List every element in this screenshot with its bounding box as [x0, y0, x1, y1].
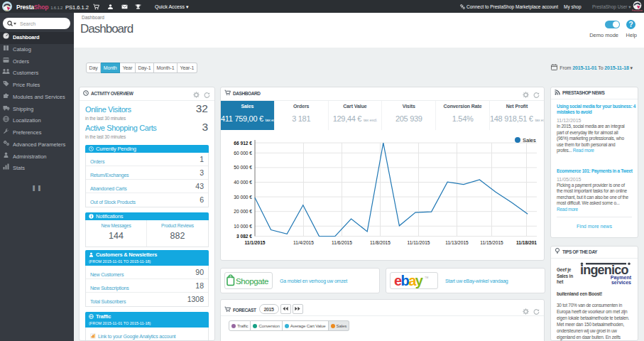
- svg-text:services: services: [611, 280, 631, 285]
- svg-text:10 000 €: 10 000 €: [234, 224, 252, 229]
- svg-text:11/18/201: 11/18/201: [516, 240, 537, 245]
- svg-text:11/4/2015: 11/4/2015: [293, 240, 314, 245]
- svg-text:11/6/2015: 11/6/2015: [332, 240, 352, 245]
- svg-text:3 082 €: 3 082 €: [236, 234, 252, 239]
- svg-text:66 912 €: 66 912 €: [234, 141, 252, 146]
- svg-text:60 000 €: 60 000 €: [234, 151, 252, 156]
- svg-text:50 000 €: 50 000 €: [234, 165, 252, 170]
- svg-text:11/13/2015: 11/13/2015: [445, 240, 469, 245]
- svg-text:11/11/2015: 11/11/2015: [407, 240, 430, 245]
- svg-text:PrestaShop: PrestaShop: [632, 9, 643, 11]
- svg-text:11/8/2015: 11/8/2015: [370, 240, 391, 245]
- svg-text:11/15/2015: 11/15/2015: [480, 240, 503, 245]
- svg-text:Shopgate: Shopgate: [236, 277, 268, 286]
- svg-text:TM: TM: [425, 276, 428, 279]
- svg-text:30 000 €: 30 000 €: [234, 195, 252, 200]
- svg-text:20 000 €: 20 000 €: [234, 209, 252, 214]
- svg-text:11/1/2015: 11/1/2015: [245, 240, 266, 245]
- svg-text:40 000 €: 40 000 €: [234, 180, 252, 185]
- svg-text:ebay: ebay: [394, 273, 424, 288]
- svg-text:Sales: Sales: [523, 137, 536, 144]
